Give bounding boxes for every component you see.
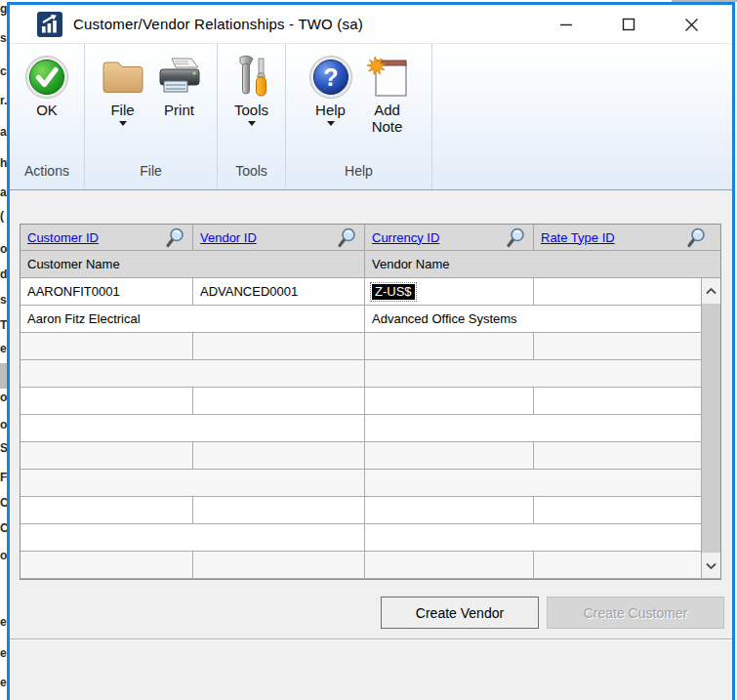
vendor-id-cell[interactable]: ADVANCED0001 [193, 278, 365, 306]
ok-check-icon [24, 53, 69, 102]
vertical-scrollbar[interactable] [702, 278, 720, 579]
customer-id-lookup-icon[interactable] [165, 227, 184, 248]
empty-grid-row [20, 470, 702, 497]
rate-type-id-header-link[interactable]: Rate Type ID [541, 230, 615, 245]
empty-grid-cell [365, 360, 702, 388]
background-text-fragment: e [0, 615, 7, 629]
empty-grid-row [20, 415, 702, 442]
relationships-grid: Customer ID Vendor ID [20, 224, 721, 580]
ribbon-group-caption-actions: Actions [10, 163, 84, 189]
grid-header-row: Customer ID Vendor ID [20, 225, 720, 251]
empty-grid-cell [534, 388, 702, 415]
maximize-button[interactable] [597, 5, 660, 44]
scroll-down-button[interactable] [702, 553, 720, 578]
window-controls [535, 5, 722, 44]
customer-id-cell[interactable]: AARONFIT0001 [20, 278, 193, 306]
add-note-button[interactable]: AddNote [359, 53, 416, 163]
vendor-id-lookup-icon[interactable] [337, 227, 356, 248]
grid-body: AARONFIT0001 ADVANCED0001 Z-US$ Aaron Fi… [20, 278, 720, 579]
footer-separator [10, 638, 732, 640]
empty-grid-cell [365, 497, 534, 524]
scrollbar-thumb[interactable] [702, 304, 720, 553]
customer-name-cell[interactable]: Aaron Fitz Electrical [20, 306, 365, 333]
help-question-icon: ? [308, 53, 353, 102]
currency-id-cell[interactable]: Z-US$ [365, 278, 534, 306]
file-dropdown-arrow-icon [119, 121, 127, 126]
background-text-fragment: a [0, 185, 7, 199]
empty-grid-cell [534, 552, 702, 579]
empty-grid-cell [193, 442, 365, 470]
minimize-icon [559, 18, 573, 31]
vendor-id-header-link[interactable]: Vendor ID [200, 230, 257, 245]
customer-vendor-relationships-window: Customer/Vendor Relationships - TWO (sa) [7, 2, 735, 700]
ribbon-group-actions: OK Actions [10, 44, 85, 189]
empty-grid-cell [20, 497, 193, 524]
ribbon-filler [432, 44, 732, 189]
selected-currency-value[interactable]: Z-US$ [372, 284, 415, 300]
content-area: Customer ID Vendor ID [10, 190, 732, 699]
background-text-fragment: c [0, 64, 7, 78]
close-icon [684, 18, 699, 32]
titlebar[interactable]: Customer/Vendor Relationships - TWO (sa) [10, 5, 732, 44]
currency-id-lookup-icon[interactable] [506, 227, 525, 248]
svg-text:?: ? [323, 63, 338, 91]
help-dropdown-arrow-icon [327, 121, 335, 126]
app-chart-icon [37, 12, 62, 37]
empty-grid-cell [193, 388, 365, 415]
rate-type-id-lookup-icon[interactable] [686, 227, 706, 248]
empty-grid-cell [365, 470, 702, 497]
vendor-name-header: Vendor Name [365, 251, 720, 278]
help-menu-button[interactable]: ? Help [303, 53, 359, 163]
column-header-customer-id: Customer ID [20, 225, 193, 251]
empty-grid-cell [365, 333, 534, 360]
file-menu-button[interactable]: File [95, 53, 151, 163]
currency-id-header-link[interactable]: Currency ID [372, 230, 439, 245]
rate-type-id-cell[interactable] [534, 278, 702, 306]
empty-grid-row [20, 360, 702, 388]
customer-id-header-link[interactable]: Customer ID [27, 230, 99, 245]
minimize-button[interactable] [535, 5, 597, 44]
create-vendor-button[interactable]: Create Vendor [381, 597, 539, 629]
column-header-currency-id: Currency ID [365, 225, 534, 251]
empty-grid-row [20, 497, 702, 524]
empty-grid-cell [20, 333, 193, 360]
ok-button[interactable]: OK [19, 53, 75, 163]
empty-grid-cell [365, 388, 534, 415]
empty-grid-row [20, 524, 702, 552]
background-text-fragment: e [0, 676, 7, 689]
empty-grid-cell [20, 552, 193, 579]
vendor-name-cell[interactable]: Advanced Office Systems [365, 306, 702, 333]
print-button-label: Print [164, 102, 194, 118]
empty-grid-cell [20, 388, 193, 415]
add-note-line2: Note [372, 118, 403, 135]
ok-button-label: OK [36, 102, 58, 118]
empty-grid-cell [20, 415, 365, 442]
empty-grid-row [20, 333, 702, 360]
customer-name-header: Customer Name [20, 251, 365, 278]
empty-grid-cell [365, 442, 534, 470]
scroll-up-button[interactable] [702, 278, 720, 304]
background-text-fragment: s [0, 31, 7, 45]
empty-grid-cell [193, 333, 365, 360]
empty-grid-row [20, 442, 702, 470]
empty-grid-cell [365, 552, 534, 579]
background-text-fragment: e [0, 342, 7, 355]
maximize-icon [622, 18, 635, 31]
print-button[interactable]: Print [151, 53, 208, 163]
tools-menu-button[interactable]: Tools [224, 53, 280, 163]
empty-grid-cell [20, 524, 365, 552]
printer-icon [156, 53, 203, 102]
tools-wrench-icon [230, 53, 273, 102]
column-header-vendor-id: Vendor ID [193, 225, 365, 251]
screen: gscr.aha(odsTeooSFCCoeee Customer/Vendor… [0, 0, 737, 700]
close-button[interactable] [660, 5, 722, 44]
add-note-icon [364, 53, 411, 102]
create-customer-button[interactable]: Create Customer [547, 597, 724, 629]
empty-grid-row [20, 388, 702, 415]
help-button-label: Help [315, 102, 346, 118]
grid-rows: AARONFIT0001 ADVANCED0001 Z-US$ Aaron Fi… [20, 278, 702, 579]
background-text-fragment: ( [0, 209, 4, 223]
grid-subheader-row: Customer Name Vendor Name [20, 251, 720, 278]
ribbon-toolbar: OK Actions [10, 44, 732, 190]
column-header-rate-type-id: Rate Type ID [534, 225, 720, 251]
